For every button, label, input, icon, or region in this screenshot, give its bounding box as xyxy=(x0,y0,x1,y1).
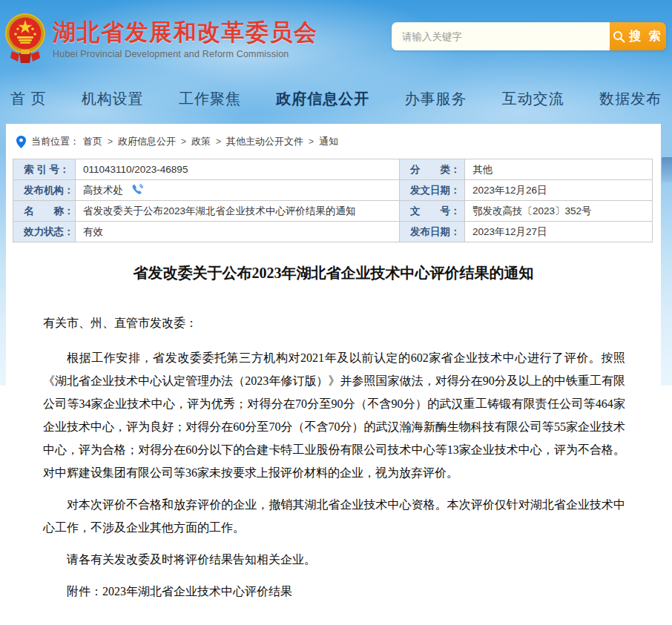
location-pin-icon xyxy=(16,136,26,148)
nav-item-interaction[interactable]: 互动交流 xyxy=(502,89,564,109)
breadcrumb-separator: > xyxy=(179,136,188,147)
breadcrumb-notice[interactable]: 通知 xyxy=(319,135,338,148)
phone-icon[interactable] xyxy=(132,184,143,195)
attachment-link[interactable]: 附件：2023年湖北省企业技术中心评价结果 xyxy=(43,580,625,603)
breadcrumb-policy[interactable]: 政策 xyxy=(191,135,211,148)
paragraph-evaluation-results: 根据工作安排，省发改委委托第三方机构对2021年及以前认定的602家省企业技术中… xyxy=(43,346,625,484)
background-skyline xyxy=(662,157,672,182)
nav-item-services[interactable]: 办事服务 xyxy=(405,89,467,109)
breadcrumb-separator: > xyxy=(106,136,114,147)
site-title: 湖北省发展和改革委员会 xyxy=(53,20,318,45)
nav-item-organization[interactable]: 机构设置 xyxy=(82,89,144,109)
main-nav: 首 页 机构设置 工作聚焦 政府信息公开 办事服务 互动交流 数据发布 xyxy=(0,74,672,124)
nav-item-data-release[interactable]: 数据发布 xyxy=(599,89,662,109)
search-input[interactable] xyxy=(392,22,610,50)
meta-value-category: 其他 xyxy=(465,159,653,180)
site-subtitle: Hubei Provincial Development and Reform … xyxy=(53,49,318,59)
breadcrumb-other-public-docs[interactable]: 其他主动公开文件 xyxy=(226,135,303,148)
meta-label-publish-date: 发布日期： xyxy=(400,222,465,242)
meta-value-doc-number: 鄂发改高技〔2023〕352号 xyxy=(465,201,653,222)
document-meta-table: 索 引 号： 011043110/2023-46895 分 类： 其他 发布机构… xyxy=(13,159,653,242)
breadcrumb-home[interactable]: 首页 xyxy=(83,135,102,148)
table-row: 效力状态： 有效 发布日期： 2023年12月27日 xyxy=(13,222,653,242)
meta-value-validity-status: 有效 xyxy=(76,222,400,242)
breadcrumb-gov-info[interactable]: 政府信息公开 xyxy=(118,135,176,148)
site-header: 湖北省发展和改革委员会 Hubei Provincial Development… xyxy=(0,0,672,74)
meta-label-category: 分 类： xyxy=(400,159,465,180)
search-button[interactable]: 搜 索 xyxy=(610,22,666,50)
national-emblem-icon xyxy=(4,13,46,70)
breadcrumb-prefix: 当前位置： xyxy=(31,135,79,148)
meta-label-title: 名 称： xyxy=(13,201,76,222)
table-row: 索 引 号： 011043110/2023-46895 分 类： 其他 xyxy=(13,159,653,180)
meta-value-issue-date: 2023年12月26日 xyxy=(465,180,653,201)
search-icon xyxy=(613,30,625,43)
table-row: 发布机构： 高技术处 发文日期： 2023年12月26日 xyxy=(13,180,653,201)
search-button-label: 搜 索 xyxy=(629,29,662,44)
breadcrumb-separator: > xyxy=(307,136,315,147)
meta-label-validity-status: 效力状态： xyxy=(13,222,76,242)
meta-value-index-number: 011043110/2023-46895 xyxy=(76,159,400,180)
breadcrumb: 当前位置： 首页 > 政府信息公开 > 政策 > 其他主动公开文件 > 通知 xyxy=(6,124,661,157)
meta-value-title: 省发改委关于公布2023年湖北省企业技术中心评价结果的通知 xyxy=(76,201,400,222)
document-title: 省发改委关于公布2023年湖北省企业技术中心评价结果的通知 xyxy=(43,263,624,283)
breadcrumb-separator: > xyxy=(214,136,223,147)
meta-label-doc-number: 文 号： xyxy=(400,201,465,222)
content-card: 当前位置： 首页 > 政府信息公开 > 政策 > 其他主动公开文件 > 通知 索… xyxy=(6,124,661,625)
issuing-agency-text: 高技术处 xyxy=(83,185,123,196)
nav-item-work-focus[interactable]: 工作聚焦 xyxy=(179,89,241,109)
search-box: 搜 索 xyxy=(392,22,666,50)
salutation: 有关市、州、直管市发改委： xyxy=(43,311,625,334)
paragraph-revocation-note: 对本次评价不合格和放弃评价的企业，撤销其湖北省企业技术中心资格。本次评价仅针对湖… xyxy=(43,493,625,539)
meta-value-publish-date: 2023年12月27日 xyxy=(465,222,653,242)
document-body: 有关市、州、直管市发改委： 根据工作安排，省发改委委托第三方机构对2021年及以… xyxy=(43,311,625,603)
paragraph-notify-request: 请各有关发改委及时将评价结果告知相关企业。 xyxy=(43,548,625,571)
nav-item-home[interactable]: 首 页 xyxy=(10,89,47,109)
meta-value-issuing-agency: 高技术处 xyxy=(76,180,400,201)
nav-item-gov-info-disclosure[interactable]: 政府信息公开 xyxy=(276,89,369,109)
meta-label-index-number: 索 引 号： xyxy=(13,159,76,180)
meta-label-issuing-agency: 发布机构： xyxy=(13,180,76,201)
table-row: 名 称： 省发改委关于公布2023年湖北省企业技术中心评价结果的通知 文 号： … xyxy=(13,201,653,222)
site-title-block: 湖北省发展和改革委员会 Hubei Provincial Development… xyxy=(53,20,318,59)
meta-label-issue-date: 发文日期： xyxy=(400,180,465,201)
